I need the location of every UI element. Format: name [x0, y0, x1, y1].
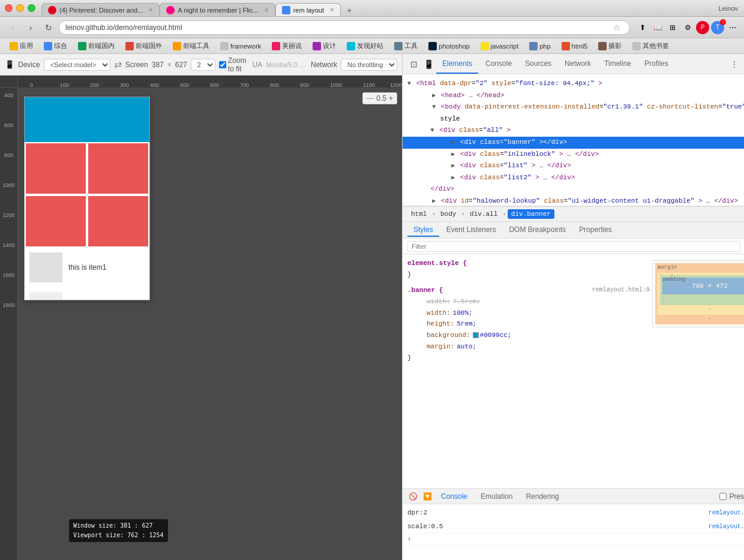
minimize-button[interactable]	[16, 4, 24, 12]
bookmark-star[interactable]: ☆	[610, 21, 623, 34]
dom-div-all[interactable]: <div class="all" >	[403, 125, 744, 137]
tab-timeline[interactable]: Timeline	[598, 54, 637, 74]
refresh-button[interactable]: ↻	[41, 20, 56, 35]
banner-arrow[interactable]	[451, 139, 455, 146]
styles-tab-event[interactable]: Event Listeners	[440, 224, 502, 237]
breadcrumb-div-banner[interactable]: div.banner	[508, 209, 554, 219]
dom-html-line[interactable]: <html data-dpr="2" style="font-size: 94.…	[403, 78, 744, 90]
close-button[interactable]	[5, 4, 13, 12]
address-bar[interactable]: leinov.github.io/demo/remlayout.html ☆	[59, 20, 630, 35]
list-arrow[interactable]	[451, 162, 455, 169]
breadcrumb-div-all[interactable]: div.all	[466, 209, 501, 219]
styles-tab-properties[interactable]: Properties	[573, 224, 618, 237]
pinterest-ext-icon[interactable]: P	[696, 21, 709, 34]
dom-div-list2[interactable]: <div class="list2" > … </div>	[403, 172, 744, 184]
filter-input[interactable]	[407, 241, 740, 252]
maximize-button[interactable]	[28, 4, 35, 12]
console-tab-rendering[interactable]: Rendering	[521, 491, 563, 502]
bookmark-sheji[interactable]: 设计	[308, 40, 341, 52]
settings-icon[interactable]: ⚙	[681, 21, 694, 34]
breadcrumb-body[interactable]: body	[437, 209, 460, 219]
bookmark-qianguowai[interactable]: 前端国外	[121, 40, 167, 52]
bookmark-html5[interactable]: html5	[557, 41, 593, 52]
bookmark-qianguo[interactable]: 前端国内	[73, 40, 119, 52]
bookmark-framework[interactable]: framework	[215, 41, 266, 52]
tab-flickr[interactable]: A night to remember | Flic... ✕	[160, 3, 275, 16]
bookmark-javascript[interactable]: javascript	[476, 41, 523, 52]
device-toggle-icon[interactable]: 📱	[5, 60, 14, 69]
zoom-to-fit-checkbox[interactable]	[219, 61, 226, 68]
tab-sources[interactable]: Sources	[519, 54, 557, 74]
tab-pinterest[interactable]: (4) Pinterest: Discover and... ✕	[41, 3, 160, 16]
bookmark-php[interactable]: php	[524, 41, 555, 52]
bookmark-sheying[interactable]: 摄影	[593, 40, 626, 52]
throttle-select[interactable]: No throttling	[341, 59, 397, 71]
nav-bar: ‹ › ↻ leinov.github.io/demo/remlayout.ht…	[0, 17, 744, 38]
bookmark-qiangongju[interactable]: 前端工具	[168, 40, 214, 52]
tab-elements[interactable]: Elements	[436, 54, 478, 74]
new-window-icon[interactable]: ⊞	[666, 21, 679, 34]
inspect-element-icon[interactable]: ⊡	[407, 58, 421, 71]
haloword-arrow[interactable]	[432, 198, 436, 204]
list2-arrow[interactable]	[451, 174, 455, 181]
tab-network[interactable]: Network	[559, 54, 597, 74]
preserve-log-checkbox[interactable]	[719, 493, 727, 500]
devtools-more-icon[interactable]: ⋮	[728, 58, 741, 71]
div-all-arrow[interactable]	[431, 127, 434, 134]
dpr-select[interactable]: 2	[191, 59, 215, 71]
bookmark-faxian[interactable]: 发现好站	[342, 40, 388, 52]
page-grid	[25, 142, 149, 248]
console-filter-icon[interactable]: 🔽	[422, 491, 433, 502]
html-arrow[interactable]	[407, 80, 411, 87]
dom-head-line[interactable]: <head> … </head>	[403, 90, 744, 102]
dom-close-div-all[interactable]: </div>	[403, 183, 744, 195]
dom-haloword[interactable]: <div id="haloword-lookup" class="ui-widg…	[403, 195, 744, 206]
list-thumbnail-2	[29, 292, 62, 300]
preserve-log-label[interactable]: Preserve log	[719, 492, 744, 501]
dom-div-inlineblock[interactable]: <div class="inlineblock" > … </div>	[403, 149, 744, 161]
dom-div-banner[interactable]: <div class="banner" ></div>	[403, 137, 744, 149]
styles-tab-dom[interactable]: DOM Breakpoints	[503, 224, 572, 237]
back-button[interactable]: ‹	[5, 20, 20, 35]
rotate-icon[interactable]: ⇄	[114, 59, 122, 70]
reader-icon[interactable]: 📖	[651, 21, 664, 34]
tab-pinterest-close[interactable]: ✕	[148, 7, 153, 13]
breadcrumb-html[interactable]: html	[407, 209, 430, 219]
body-arrow[interactable]	[432, 104, 436, 110]
css-source-banner[interactable]: remlayout.html:9	[592, 285, 650, 296]
filter-bar: + 📌 ↻	[403, 239, 744, 254]
dom-div-list[interactable]: <div class="list" > … </div>	[403, 160, 744, 172]
inlineblock-arrow[interactable]	[451, 151, 455, 158]
console-tab-console[interactable]: Console	[436, 491, 472, 502]
translate-icon[interactable]: T !	[711, 21, 724, 34]
tab-flickr-close[interactable]: ✕	[264, 7, 269, 13]
dom-body-line[interactable]: <body data-pinterest-extension-installed…	[403, 101, 744, 113]
zoom-plus-icon[interactable]: +	[389, 94, 393, 103]
bookmark-meili[interactable]: 美丽说	[267, 40, 307, 52]
head-arrow[interactable]	[432, 92, 436, 99]
tab-profiles[interactable]: Profiles	[638, 54, 674, 74]
extensions-more[interactable]: ⋯	[726, 21, 739, 34]
bookmark-zonghe[interactable]: 综合	[39, 40, 72, 52]
device-mode-icon[interactable]: 📱	[422, 58, 435, 71]
color-swatch[interactable]	[473, 332, 479, 338]
device-content-area: this is item1 Window size: 381 : 627 Vie…	[18, 88, 402, 560]
zoom-to-fit-label[interactable]: Zoom to fit	[219, 56, 247, 73]
tab-console[interactable]: Console	[479, 54, 518, 74]
console-tab-emulation[interactable]: Emulation	[476, 491, 517, 502]
tab-remlayout[interactable]: rem layout ✕	[275, 3, 341, 16]
share-icon[interactable]: ⬆	[636, 21, 649, 34]
bookmark-other[interactable]: 其他书签	[628, 40, 674, 52]
tab-remlayout-close[interactable]: ✕	[329, 7, 334, 13]
new-tab-button[interactable]: +	[343, 4, 355, 16]
url-text: leinov.github.io/demo/remlayout.html	[65, 23, 610, 32]
bookmark-yingyong[interactable]: 应用	[5, 40, 38, 52]
zoom-minus-icon[interactable]: —	[367, 94, 374, 103]
bookmark-gongju[interactable]: 工具	[389, 40, 422, 52]
styles-tab-styles[interactable]: Styles	[407, 224, 439, 237]
model-select[interactable]: <Select model>	[44, 59, 110, 71]
bookmark-photoshop[interactable]: photoshop	[424, 41, 474, 52]
console-clear-icon[interactable]: 🚫	[407, 491, 418, 502]
forward-button[interactable]: ›	[23, 20, 38, 35]
dom-style-line[interactable]: style	[403, 113, 744, 125]
